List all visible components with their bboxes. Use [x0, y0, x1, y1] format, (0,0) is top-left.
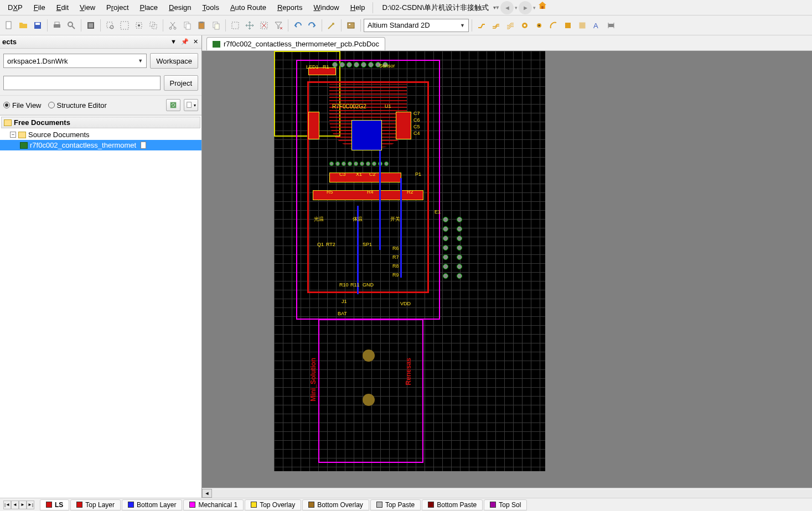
horizontal-scrollbar[interactable]: ◄	[202, 488, 812, 498]
layer-tab-bottom-overlay[interactable]: Bottom Overlay	[302, 499, 369, 510]
tree-free-documents[interactable]: Free Documents	[1, 117, 200, 128]
nav-first-icon[interactable]: |◄	[3, 500, 11, 509]
layer-tab-top-overlay[interactable]: Top Overlay	[245, 499, 301, 510]
browse-components-button[interactable]	[344, 19, 358, 32]
component[interactable]	[308, 112, 319, 139]
project-button[interactable]: Project	[164, 75, 198, 91]
undo-button[interactable]	[291, 19, 304, 32]
layer-tab-ls[interactable]: LS	[40, 499, 69, 510]
pcb-doc-icon	[213, 41, 220, 48]
new-file-button[interactable]	[2, 19, 15, 32]
panel-close-icon[interactable]: ✕	[192, 38, 199, 45]
zoom-area-button[interactable]	[104, 19, 117, 32]
place-pad-button[interactable]	[518, 19, 531, 32]
project-input[interactable]	[3, 76, 161, 90]
nav-fwd-dd[interactable]: ▾	[533, 5, 536, 11]
print-button[interactable]	[50, 19, 64, 32]
chevron-down-icon: ▼	[460, 23, 465, 28]
silk-kaiguan: 开关	[390, 216, 400, 223]
scroll-left-button[interactable]: ◄	[202, 489, 212, 498]
menu-reports[interactable]: Reports	[272, 1, 308, 14]
view-mode-dropdown[interactable]: Altium Standard 2D ▼	[364, 19, 469, 32]
zoom-fit-button[interactable]	[118, 19, 131, 32]
tree-pcb-document[interactable]: r7f0c002_contactless_thermomet	[0, 140, 201, 150]
nav-back-button[interactable]: ◄	[500, 1, 514, 14]
menu-edit[interactable]: Edit	[51, 1, 74, 14]
toolbar-separator	[225, 19, 226, 32]
layer-tab-bottom-paste[interactable]: Bottom Paste	[422, 499, 483, 510]
tree-source-documents[interactable]: − Source Documents	[0, 129, 201, 140]
pcb-canvas[interactable]: R7F0C002G2 LED1 R1 Sensor U1 C7	[202, 51, 812, 488]
route-diff-button[interactable]	[489, 19, 503, 32]
place-via-button[interactable]	[532, 19, 546, 32]
menu-place[interactable]: Place	[135, 1, 164, 14]
view-options-button[interactable]: ▾	[184, 99, 198, 111]
menu-design[interactable]: Design	[163, 1, 196, 14]
zoom-filtered-button[interactable]	[147, 19, 160, 32]
home-button[interactable]	[538, 1, 551, 14]
menu-autoroute[interactable]: Auto Route	[225, 1, 272, 14]
paste-button[interactable]	[195, 19, 208, 32]
tree-collapse-icon[interactable]: −	[10, 132, 16, 138]
file-view-radio[interactable]: File View	[3, 101, 42, 109]
menu-tools[interactable]: Tools	[197, 1, 225, 14]
nav-next-icon[interactable]: ►	[19, 500, 27, 509]
nav-forward-button[interactable]: ►	[519, 1, 532, 14]
panel-dropdown-icon[interactable]: ▼	[169, 38, 178, 45]
place-arc-button[interactable]	[547, 19, 560, 32]
zoom-selected-button[interactable]	[132, 19, 146, 32]
layer-tab-nav: |◄ ◄ ► ►|	[3, 500, 34, 509]
nav-prev-icon[interactable]: ◄	[11, 500, 19, 509]
panel-pin-icon[interactable]: 📌	[180, 38, 190, 45]
menu-view[interactable]: View	[74, 1, 101, 14]
place-fill-button[interactable]	[561, 19, 575, 32]
place-component-button[interactable]	[604, 19, 618, 32]
save-button[interactable]	[31, 19, 44, 32]
file-path-dropdown[interactable]: D:\02-CSDN\单片机设计非接触式 ▾	[380, 2, 496, 14]
copy-button[interactable]	[180, 19, 194, 32]
layer-tab-top-solder[interactable]: Top Sol	[484, 499, 527, 510]
nav-last-icon[interactable]: ►|	[27, 500, 34, 509]
nav-back-dd[interactable]: ▾	[515, 5, 518, 11]
menu-window[interactable]: Window	[308, 1, 344, 14]
project-tree[interactable]: Free Documents − Source Documents r7f0c0…	[0, 115, 201, 498]
chip-u1[interactable]	[351, 120, 382, 150]
cut-button[interactable]	[166, 19, 179, 32]
workspace-button[interactable]: Workspace	[150, 53, 198, 69]
component[interactable]	[396, 112, 411, 139]
structure-editor-radio[interactable]: Structure Editor	[48, 101, 107, 109]
layer-tab-mech1[interactable]: Mechanical 1	[183, 499, 244, 510]
route-track-button[interactable]	[475, 19, 488, 32]
place-string-button[interactable]: A	[590, 19, 603, 32]
svg-rect-40	[170, 102, 177, 108]
refresh-view-button[interactable]	[166, 99, 180, 111]
svg-point-31	[524, 24, 526, 27]
redo-button[interactable]	[306, 19, 319, 32]
workspace-combo[interactable]: orkspace1.DsnWrk ▼	[3, 54, 147, 68]
svg-point-27	[332, 23, 334, 25]
document-tab[interactable]: r7f0c002_contactless_thermometer_pcb.Pcb…	[206, 37, 385, 50]
clear-filter-button[interactable]	[272, 19, 285, 32]
menu-help[interactable]: Help	[345, 1, 371, 14]
select-rect-button[interactable]	[229, 19, 242, 32]
place-region-button[interactable]	[576, 19, 589, 32]
menu-dxp[interactable]: DXP	[2, 1, 28, 14]
compile-button[interactable]	[84, 19, 97, 32]
svg-rect-41	[187, 102, 192, 108]
menu-file[interactable]: File	[28, 1, 51, 14]
cross-probe-button[interactable]	[325, 19, 338, 32]
move-button[interactable]	[243, 19, 256, 32]
menu-project[interactable]: Project	[101, 1, 134, 14]
svg-rect-1	[6, 22, 11, 29]
svg-rect-9	[89, 23, 93, 28]
layer-tab-label: Top Paste	[385, 501, 415, 509]
deselect-button[interactable]	[257, 19, 271, 32]
rubber-stamp-button[interactable]	[209, 19, 223, 32]
layer-tab-top-paste[interactable]: Top Paste	[370, 499, 421, 510]
scroll-track[interactable]	[212, 489, 812, 497]
layer-tab-top[interactable]: Top Layer	[70, 499, 121, 510]
print-preview-button[interactable]	[65, 19, 78, 32]
layer-tab-bottom[interactable]: Bottom Layer	[122, 499, 182, 510]
route-multi-button[interactable]	[504, 19, 517, 32]
open-file-button[interactable]	[17, 19, 30, 32]
